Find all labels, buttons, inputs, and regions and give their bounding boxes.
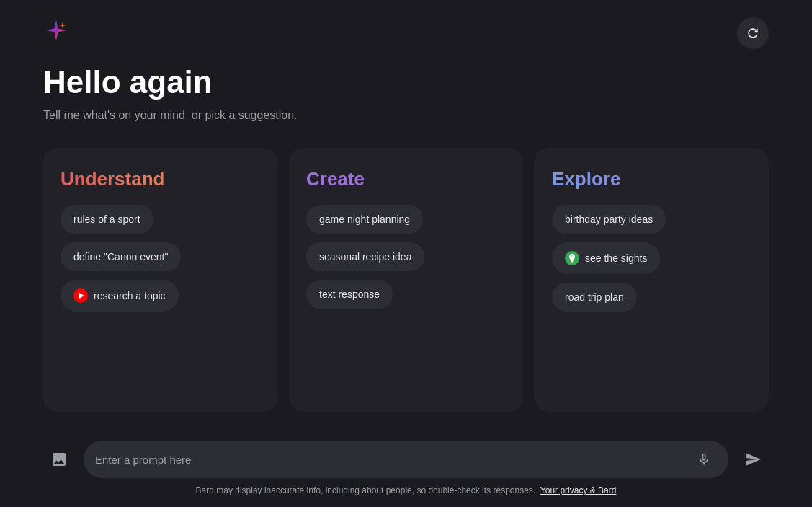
input-row: [43, 441, 769, 478]
explore-card-title: Explore: [552, 168, 751, 190]
bottom-bar: Bard may display inaccurate info, includ…: [43, 441, 769, 495]
understand-card: Understand rules of a sport define "Cano…: [43, 148, 277, 412]
create-chips: game night planning seasonal recipe idea…: [306, 205, 506, 309]
mic-button[interactable]: [691, 446, 717, 472]
youtube-icon: [73, 288, 88, 303]
mic-icon: [697, 452, 711, 467]
refresh-icon: [746, 26, 760, 40]
chip-seasonal-recipe-idea[interactable]: seasonal recipe idea: [306, 242, 424, 271]
refresh-button[interactable]: [737, 17, 769, 49]
send-icon: [744, 451, 762, 468]
chip-define-canon-event[interactable]: define "Canon event": [61, 242, 181, 271]
explore-chips: birthday party ideas see the sights road…: [552, 205, 751, 312]
app-container: Hello again Tell me what's on your mind,…: [0, 0, 812, 507]
bard-logo: [43, 17, 69, 43]
chip-rules-of-a-sport[interactable]: rules of a sport: [61, 205, 153, 234]
footer-text: Bard may display inaccurate info, includ…: [43, 485, 769, 495]
chip-text-response[interactable]: text response: [306, 280, 393, 309]
image-upload-icon: [50, 451, 68, 468]
create-card: Create game night planning seasonal reci…: [289, 148, 523, 412]
page-title: Hello again: [43, 63, 769, 102]
create-card-title: Create: [306, 168, 506, 190]
chip-see-the-sights[interactable]: see the sights: [552, 242, 660, 274]
header: [43, 17, 769, 49]
understand-chips: rules of a sport define "Canon event" re…: [61, 205, 260, 312]
maps-icon: [565, 251, 579, 265]
svg-marker-0: [79, 293, 84, 299]
input-wrapper: [84, 441, 728, 478]
prompt-input[interactable]: [95, 449, 685, 470]
explore-card: Explore birthday party ideas see the sig…: [535, 148, 769, 412]
send-button[interactable]: [737, 444, 769, 475]
chip-research-a-topic[interactable]: research a topic: [61, 280, 179, 312]
cards-container: Understand rules of a sport define "Cano…: [43, 148, 769, 412]
title-area: Hello again Tell me what's on your mind,…: [43, 63, 769, 122]
chip-birthday-party-ideas[interactable]: birthday party ideas: [552, 205, 666, 234]
privacy-link[interactable]: Your privacy & Bard: [540, 485, 617, 495]
chip-game-night-planning[interactable]: game night planning: [306, 205, 423, 234]
chip-road-trip-plan[interactable]: road trip plan: [552, 283, 637, 312]
page-subtitle: Tell me what's on your mind, or pick a s…: [43, 109, 769, 122]
image-upload-button[interactable]: [43, 444, 75, 475]
understand-card-title: Understand: [61, 168, 260, 190]
